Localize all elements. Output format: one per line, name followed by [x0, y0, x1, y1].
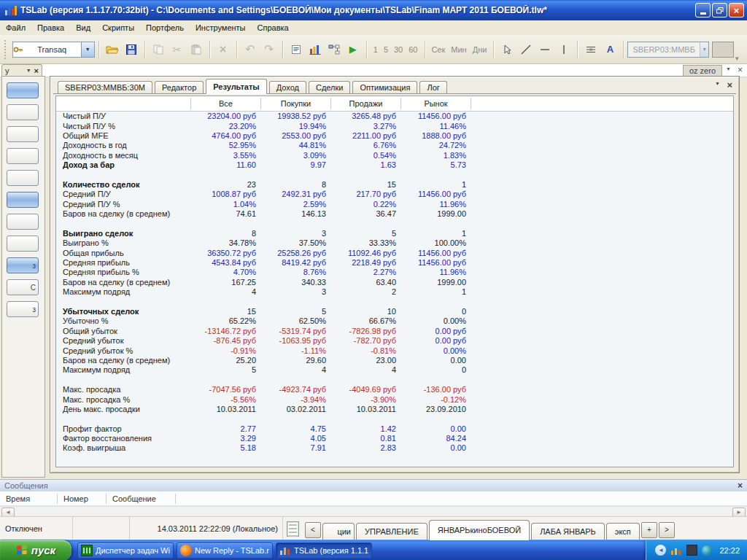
cell-value: 74.61 — [190, 209, 260, 219]
period-Сек[interactable]: Сек — [428, 45, 448, 54]
side-button-2[interactable] — [7, 126, 39, 142]
transaq-combo[interactable]: Transaq ▼ — [12, 42, 95, 58]
menu-item-Вид[interactable]: Вид — [70, 22, 96, 34]
timeframe-5[interactable]: 5 — [381, 45, 391, 54]
timeframe-60[interactable]: 60 — [406, 45, 420, 54]
toolbar-grip[interactable] — [4, 40, 9, 59]
tabs-prev-button[interactable]: < — [305, 522, 321, 538]
window-dropdown-icon[interactable]: ▼ — [715, 81, 720, 86]
menu-item-Справка[interactable]: Справка — [252, 22, 295, 34]
background-tab[interactable]: oz zero — [683, 65, 722, 77]
tabs-add-button[interactable]: + — [641, 522, 657, 538]
taskbar-task[interactable]: TSLab (версия 1.1.1... — [276, 542, 372, 559]
horizontal-line-tool-button[interactable] — [536, 40, 554, 59]
tray-messenger-icon[interactable] — [702, 545, 712, 556]
strip-close-icon[interactable]: × — [738, 66, 743, 74]
paste-button[interactable] — [187, 40, 205, 59]
levels-tool-button[interactable] — [582, 40, 600, 59]
strip-dropdown-icon[interactable]: ▼ — [726, 66, 731, 71]
tab-SBERP03:ММВБ:30М[interactable]: SBERP03:ММВБ:30М — [58, 81, 152, 94]
redo-button[interactable]: ↷ — [260, 40, 278, 59]
cell-value: -0.81% — [330, 346, 400, 356]
transaq-combo-arrow[interactable]: ▼ — [81, 42, 94, 57]
side-button-1[interactable] — [7, 104, 39, 120]
start-button[interactable]: пуск — [0, 540, 71, 560]
run-button[interactable]: ▶ — [344, 40, 362, 59]
copy-button[interactable] — [150, 40, 167, 59]
tab-Сделки[interactable]: Сделки — [309, 81, 351, 94]
menu-item-Портфель[interactable]: Портфель — [140, 22, 190, 34]
period-Дни[interactable]: Дни — [470, 45, 490, 54]
left-panel-close-icon[interactable]: × — [34, 66, 39, 75]
tab-Лог[interactable]: Лог — [419, 81, 446, 94]
tab-Оптимизация[interactable]: Оптимизация — [352, 81, 417, 94]
minimize-button[interactable] — [695, 3, 711, 18]
workspace-tab-УПРАВЛЕНИЕ[interactable]: УПРАВЛЕНИЕ — [356, 523, 427, 540]
restore-button[interactable] — [712, 3, 727, 18]
table-row: Общий MFE4764.00 руб2553.00 руб2211.00 р… — [56, 131, 733, 141]
timeframe-30[interactable]: 30 — [391, 45, 406, 54]
cell-value: 8 — [260, 180, 330, 190]
pointer-tool-button[interactable] — [498, 40, 516, 59]
chart-button[interactable] — [306, 40, 324, 59]
save-button[interactable] — [123, 40, 140, 59]
window-close-icon[interactable]: × — [727, 81, 732, 89]
workspace-tab-эксп[interactable]: эксп — [606, 523, 640, 540]
toolbar-overflow-icon[interactable]: ▼ — [734, 55, 743, 63]
menu-item-Инструменты[interactable]: Инструменты — [190, 22, 252, 34]
script-diagram-button[interactable] — [325, 40, 343, 59]
row-label: Баров на сделку (в среднем) — [56, 356, 190, 365]
tab-Результаты[interactable]: Результаты — [206, 79, 266, 94]
taskbar-task[interactable]: New Reply - TSLab.ru... — [177, 542, 273, 559]
tslab-tray-icon[interactable] — [670, 545, 682, 556]
side-button-5[interactable] — [7, 192, 39, 208]
table-row: Общий убыток-13146.72 руб-5319.74 руб-78… — [56, 327, 733, 336]
tray-collapse-icon[interactable]: ◄ — [655, 545, 666, 556]
side-button-9[interactable]: С — [7, 279, 39, 295]
tray-app-icon[interactable] — [686, 545, 697, 556]
text-tool-button[interactable]: A — [601, 40, 619, 59]
delete-button[interactable]: × — [214, 40, 232, 59]
workspace-tab-ции[interactable]: ции — [322, 523, 355, 540]
menu-item-Правка[interactable]: Правка — [31, 22, 70, 34]
workspace-tab-ЛАБА ЯНВАРЬ[interactable]: ЛАБА ЯНВАРЬ — [531, 523, 605, 540]
messages-column-Время[interactable]: Время — [0, 494, 58, 504]
tab-Доход[interactable]: Доход — [269, 81, 306, 94]
left-panel-tab[interactable]: у ▼ × — [1, 64, 42, 76]
menu-item-Файл[interactable]: Файл — [0, 22, 31, 34]
side-button-10[interactable]: з — [7, 301, 39, 317]
side-button-6[interactable] — [7, 214, 39, 230]
side-button-7[interactable] — [7, 236, 39, 252]
notebook-icon[interactable] — [287, 521, 299, 537]
pin-icon[interactable]: ▼ — [26, 68, 31, 73]
period-Мин[interactable]: Мин — [448, 45, 469, 54]
cell-value: 25.20 — [190, 356, 260, 365]
vertical-line-tool-button[interactable] — [555, 40, 573, 59]
messages-close-icon[interactable]: × — [738, 482, 743, 489]
trend-line-tool-button[interactable] — [517, 40, 535, 59]
workspace-tab-ЯНВАРЬкиноБОЕВОЙ[interactable]: ЯНВАРЬкиноБОЕВОЙ — [429, 520, 530, 540]
toolbar-extra-button[interactable] — [712, 42, 734, 58]
cut-button[interactable]: ✂ — [169, 40, 186, 59]
instrument-combo[interactable]: SBERP03:ММВБ ▼ — [627, 42, 709, 58]
side-button-4[interactable] — [7, 170, 39, 186]
open-button[interactable] — [104, 40, 121, 59]
taskbar-task[interactable]: Диспетчер задач Wi... — [77, 542, 174, 559]
tab-Редактор[interactable]: Редактор — [155, 81, 204, 94]
table-row — [56, 170, 733, 179]
messages-column-Сообщение[interactable]: Сообщение — [107, 494, 176, 504]
side-button-8[interactable]: з — [7, 257, 39, 273]
properties-button[interactable] — [287, 40, 305, 59]
column-header-Продажи: Продажи — [330, 98, 400, 109]
undo-button[interactable]: ↶ — [241, 40, 259, 59]
workspace-tabs: цииУПРАВЛЕНИЕЯНВАРЬкиноБОЕВОЙЛАБА ЯНВАРЬ… — [322, 520, 641, 540]
instrument-combo-arrow[interactable]: ▼ — [700, 42, 709, 57]
side-button-0[interactable] — [7, 82, 39, 98]
timeframe-1[interactable]: 1 — [371, 45, 381, 54]
side-button-3[interactable] — [7, 148, 39, 164]
messages-column-Номер[interactable]: Номер — [58, 494, 107, 504]
close-button[interactable]: × — [729, 3, 744, 18]
cell-value: 146.13 — [260, 209, 330, 219]
menu-item-Скрипты[interactable]: Скрипты — [96, 22, 140, 34]
tabs-next-button[interactable]: > — [659, 522, 675, 538]
